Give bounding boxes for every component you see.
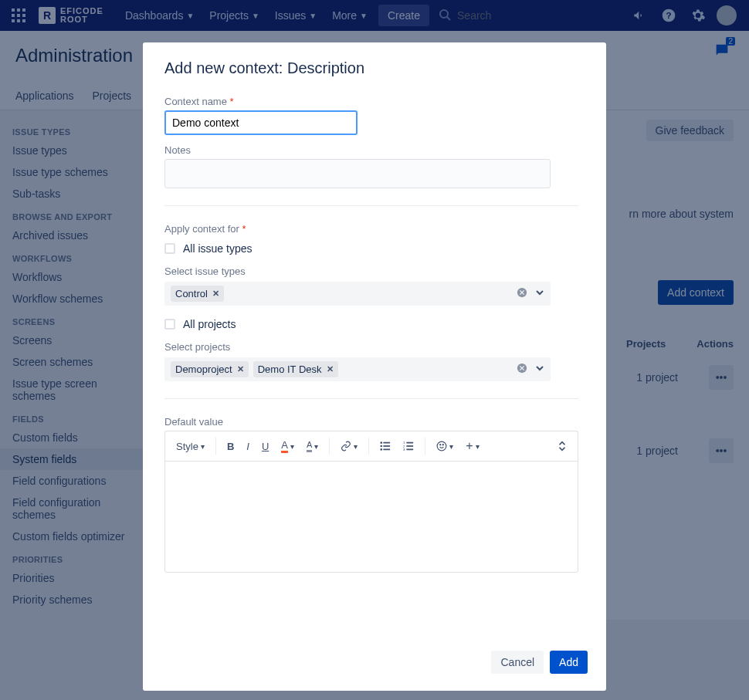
underline-button[interactable]: U: [257, 438, 273, 455]
svg-rect-24: [407, 445, 414, 447]
emoji-button[interactable]: ▾: [432, 438, 458, 455]
svg-point-27: [437, 441, 446, 451]
all-projects-label: All projects: [183, 318, 236, 330]
clear-icon[interactable]: [517, 287, 527, 300]
select-projects-label: Select projects: [164, 341, 585, 353]
apply-context-label: Apply context for *: [164, 223, 585, 235]
svg-point-17: [381, 445, 383, 448]
italic-button[interactable]: I: [242, 438, 254, 455]
chevron-down-icon[interactable]: [535, 363, 544, 376]
link-button[interactable]: ▾: [336, 438, 362, 455]
text-color-button[interactable]: A▾: [276, 437, 299, 456]
style-dropdown[interactable]: Style▾: [171, 438, 209, 455]
all-issue-types-row: All issue types: [164, 242, 585, 255]
context-name-label: Context name *: [164, 96, 585, 107]
tag-demoproject: Demoproject✕: [171, 361, 249, 377]
remove-tag-icon[interactable]: ✕: [327, 364, 334, 374]
all-projects-checkbox[interactable]: [164, 319, 175, 330]
modal-overlay: Add new context: Description Context nam…: [0, 0, 749, 700]
tag-control: Control✕: [171, 286, 224, 302]
add-button[interactable]: Add: [550, 651, 588, 674]
notes-label: Notes: [164, 144, 585, 156]
default-value-label: Default value: [164, 416, 585, 428]
all-issue-types-label: All issue types: [183, 242, 252, 255]
context-name-input[interactable]: [164, 110, 358, 135]
modal-footer: Cancel Add: [143, 640, 606, 691]
numbered-list-button[interactable]: 123: [398, 438, 419, 455]
editor-textarea[interactable]: [164, 461, 578, 573]
svg-rect-20: [384, 449, 391, 451]
projects-select[interactable]: Demoproject✕ Demo IT Desk✕: [164, 357, 551, 381]
svg-point-15: [381, 441, 383, 444]
cancel-button[interactable]: Cancel: [491, 651, 544, 674]
highlight-button[interactable]: A▾: [302, 438, 323, 455]
svg-rect-22: [407, 442, 414, 444]
collapse-button[interactable]: [553, 438, 571, 455]
modal-body: Add new context: Description Context nam…: [143, 42, 606, 640]
svg-point-29: [442, 445, 443, 445]
divider: [164, 398, 578, 399]
editor-toolbar: Style▾ B I U A▾ A▾ ▾ 123 ▾ +▾: [164, 431, 578, 461]
remove-tag-icon[interactable]: ✕: [237, 364, 244, 374]
svg-point-19: [381, 448, 383, 451]
all-issue-types-checkbox[interactable]: [164, 243, 175, 254]
chevron-down-icon[interactable]: [535, 287, 544, 300]
svg-text:3: 3: [403, 448, 405, 451]
bold-button[interactable]: B: [222, 438, 239, 455]
notes-input[interactable]: [164, 159, 551, 188]
issue-types-select[interactable]: Control✕: [164, 282, 551, 306]
modal-title: Add new context: Description: [164, 59, 585, 77]
svg-rect-18: [384, 445, 391, 447]
tag-demo-it-desk: Demo IT Desk✕: [253, 361, 338, 377]
bullet-list-button[interactable]: [375, 438, 395, 455]
add-context-modal: Add new context: Description Context nam…: [143, 42, 606, 691]
select-issue-types-label: Select issue types: [164, 265, 585, 277]
all-projects-row: All projects: [164, 318, 585, 330]
divider: [164, 205, 578, 206]
remove-tag-icon[interactable]: ✕: [212, 289, 219, 299]
svg-point-28: [440, 445, 441, 445]
svg-rect-26: [407, 449, 414, 451]
clear-icon[interactable]: [517, 363, 527, 376]
more-button[interactable]: +▾: [461, 436, 483, 456]
svg-rect-16: [384, 442, 391, 444]
